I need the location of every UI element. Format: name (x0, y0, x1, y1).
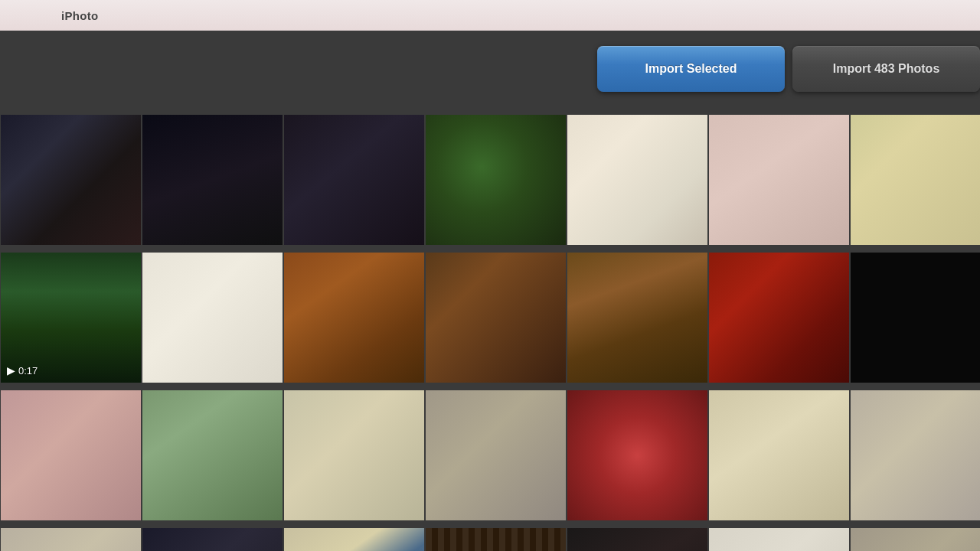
photo-cell-r1c2[interactable] (142, 115, 283, 245)
photo-cell-r1c1[interactable] (1, 115, 141, 245)
photo-cell-r2c3[interactable] (284, 253, 424, 383)
import-selected-button[interactable]: Import Selected (597, 46, 785, 92)
photo-cell-r4c2[interactable] (142, 528, 283, 551)
photo-grid: ▶0:17 (0, 107, 980, 551)
title-bar: iPhoto (0, 0, 980, 31)
photo-cell-r4c5[interactable] (567, 528, 707, 551)
photo-row-1 (0, 115, 980, 245)
photo-cell-r1c5[interactable] (567, 115, 707, 245)
video-badge: ▶0:17 (7, 364, 38, 377)
import-all-button[interactable]: Import 483 Photos (792, 46, 980, 92)
photo-cell-r4c7[interactable] (851, 528, 980, 551)
photo-cell-r1c6[interactable] (709, 115, 849, 245)
app-title: iPhoto (61, 9, 98, 22)
video-duration: 0:17 (18, 365, 38, 377)
photo-cell-r1c7[interactable] (851, 115, 980, 245)
photo-cell-r3c5[interactable] (567, 390, 707, 520)
photo-cell-r2c7[interactable] (851, 253, 980, 383)
photo-row-4 (0, 528, 980, 551)
photo-cell-r2c1[interactable]: ▶0:17 (1, 253, 141, 383)
photo-cell-r3c1[interactable] (1, 390, 141, 520)
photo-cell-r4c6[interactable] (709, 528, 849, 551)
video-camera-icon: ▶ (7, 364, 15, 377)
toolbar: Import Selected Import 483 Photos (0, 31, 980, 107)
photo-cell-r1c3[interactable] (284, 115, 424, 245)
photo-cell-r4c1[interactable] (1, 528, 141, 551)
photo-cell-r4c4[interactable] (426, 528, 566, 551)
photo-cell-r3c6[interactable] (709, 390, 849, 520)
photo-cell-r1c4[interactable] (426, 115, 566, 245)
photo-cell-r3c7[interactable] (851, 390, 980, 520)
photo-row-3 (0, 390, 980, 520)
photo-cell-r3c4[interactable] (426, 390, 566, 520)
photo-row-2: ▶0:17 (0, 253, 980, 383)
photo-cell-r2c2[interactable] (142, 253, 283, 383)
photo-cell-r2c6[interactable] (709, 253, 849, 383)
photo-cell-r3c3[interactable] (284, 390, 424, 520)
photo-cell-r2c4[interactable] (426, 253, 566, 383)
photo-cell-r3c2[interactable] (142, 390, 283, 520)
photo-cell-r4c3[interactable] (284, 528, 424, 551)
photo-cell-r2c5[interactable] (567, 253, 707, 383)
